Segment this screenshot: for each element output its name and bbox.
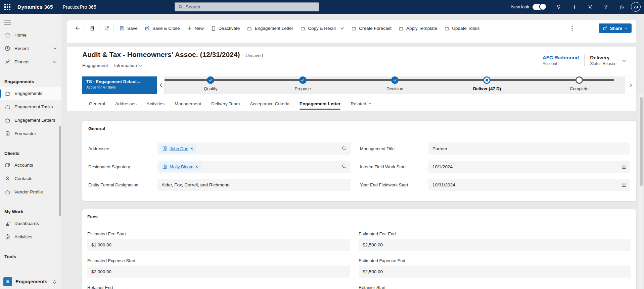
lightbulb-icon[interactable] xyxy=(551,0,566,14)
new-button[interactable]: New xyxy=(183,23,207,33)
calendar-icon[interactable] xyxy=(621,182,627,188)
account-caption: Account xyxy=(543,61,579,66)
save-button[interactable]: Save xyxy=(116,23,141,33)
lookup-value[interactable]: Molly Bloom xyxy=(170,164,193,169)
sidebar-scrollbar[interactable] xyxy=(59,126,61,216)
business-process-flow: TS - Engagement Defaul... Active for 47 … xyxy=(82,76,636,94)
area-switcher[interactable]: E Engagements xyxy=(0,274,61,289)
tab-addresses[interactable]: Addresses xyxy=(115,97,137,111)
estimated-fee-end-field[interactable]: $2,500.00 xyxy=(359,239,631,251)
entity-formal-designation-field[interactable]: Alder, Fox, Correll, and Richmond xyxy=(157,179,351,191)
sidebar-item-engagement-tasks[interactable]: Engagement Tasks xyxy=(0,100,61,114)
lookup-value[interactable]: John Doe xyxy=(170,146,188,151)
header-expand-chevron-icon[interactable] xyxy=(622,59,626,62)
sidebar-item-pinned[interactable]: Pinned xyxy=(0,55,61,69)
tab-related[interactable]: Related xyxy=(351,97,372,111)
tab-acceptance-criteria[interactable]: Acceptance Criteria xyxy=(250,97,289,111)
sidebar-item-dashboards[interactable]: Dashboards xyxy=(0,217,61,230)
field-value: 10/1/2024 xyxy=(432,164,453,169)
popout-icon[interactable] xyxy=(101,23,111,33)
app-name[interactable]: PracticePro 365 xyxy=(63,4,96,10)
sidebar-item-vendor-profile[interactable]: Vendor Profile xyxy=(0,185,61,199)
share-button[interactable]: Share xyxy=(599,23,632,33)
bpf-stage-decision[interactable]: Decision xyxy=(349,76,441,94)
update-totals-button[interactable]: Update Totals xyxy=(441,23,483,33)
bpf-stage-propose[interactable]: Propose xyxy=(257,76,349,94)
sidebar-item-home[interactable]: Home xyxy=(0,28,61,42)
bpf-active-stage-box[interactable]: TS - Engagement Defaul... Active for 47 … xyxy=(82,76,157,94)
new-look-toggle[interactable] xyxy=(533,4,546,10)
brand-title[interactable]: Dynamics 365 xyxy=(17,4,53,10)
lookup-pill[interactable]: John Doe × xyxy=(159,144,196,153)
estimated-expense-start-field[interactable]: $2,000.00 xyxy=(87,266,350,278)
sidebar-item-label: Forecaster xyxy=(14,131,36,136)
tab-general[interactable]: General xyxy=(89,97,105,111)
account-link[interactable]: AFC Richmond xyxy=(543,55,579,60)
form-document-icon[interactable] xyxy=(87,23,97,33)
settings-gear-icon[interactable] xyxy=(582,0,598,14)
sidebar-item-accounts[interactable]: Accounts xyxy=(0,159,61,172)
sidebar-item-activities[interactable]: Activities xyxy=(0,230,61,244)
year-end-fieldwork-start-field[interactable]: 10/31/2024 xyxy=(428,179,630,191)
pin-icon xyxy=(4,59,11,65)
chevron-down-icon[interactable] xyxy=(53,61,57,63)
estimated-expense-end-field[interactable]: $2,500.00 xyxy=(359,266,631,278)
copy-and-recur-button[interactable]: Copy & Recur xyxy=(296,23,348,33)
more-commands-button[interactable] xyxy=(567,23,577,33)
bpf-stage-qualify[interactable]: Qualify xyxy=(165,76,257,94)
back-button[interactable] xyxy=(73,23,83,33)
sidebar-item-forecaster[interactable]: Forecaster xyxy=(0,127,61,140)
app-launcher-icon[interactable] xyxy=(0,0,15,14)
stage-completed-icon xyxy=(299,76,307,84)
lookup-pill[interactable]: Molly Bloom × xyxy=(159,162,201,171)
estimated-expense-start-group: Estimated Expense Start $2,000.00 xyxy=(87,258,350,278)
hamburger-menu-icon[interactable] xyxy=(4,20,11,24)
search-icon[interactable] xyxy=(341,146,347,152)
user-avatar[interactable]: ZJ xyxy=(631,2,641,12)
bpf-stage-deliver[interactable]: Deliver (47 D) xyxy=(441,76,533,94)
site-map-sidebar: Home Recent Pinned Engagements Engagemen… xyxy=(0,14,61,289)
sidebar-group-clients: Clients xyxy=(0,146,61,159)
stage-completed-icon xyxy=(207,76,214,84)
tab-delivery-team[interactable]: Delivery Team xyxy=(211,97,240,111)
bpf-next-stage-button[interactable] xyxy=(625,76,636,94)
remove-icon[interactable]: × xyxy=(190,146,193,151)
save-and-close-button[interactable]: Save & Close xyxy=(141,23,183,33)
add-icon[interactable] xyxy=(566,0,582,14)
page-scrollbar[interactable] xyxy=(639,95,643,289)
create-forecast-button[interactable]: Create Forecast xyxy=(348,23,395,33)
interim-field-work-start-field[interactable]: 10/1/2024 xyxy=(428,161,630,173)
sidebar-item-engagement-letters[interactable]: Engagement Letters xyxy=(0,114,61,127)
timer-icon[interactable] xyxy=(614,0,630,14)
deactivate-button[interactable]: Deactivate xyxy=(207,23,243,33)
remove-icon[interactable]: × xyxy=(195,164,198,169)
designated-signatory-field[interactable]: Molly Bloom × xyxy=(157,161,351,173)
tab-activities[interactable]: Activities xyxy=(147,97,165,111)
expand-collapse-icon[interactable] xyxy=(52,279,57,284)
sidebar-item-engagements[interactable]: Engagements xyxy=(0,87,61,100)
header-account-field: AFC Richmond Account xyxy=(543,55,579,66)
help-icon[interactable]: ? xyxy=(598,0,614,14)
sidebar-item-contacts[interactable]: Contacts xyxy=(0,172,61,185)
bpf-collapse-button[interactable] xyxy=(157,76,165,94)
tab-management[interactable]: Management xyxy=(175,97,201,111)
tab-engagement-letter[interactable]: Engagement Letter xyxy=(300,97,340,111)
apply-template-button[interactable]: Apply Template xyxy=(395,23,441,33)
topbar-actions: New look ? ZJ xyxy=(511,0,644,14)
estimated-fee-start-field[interactable]: $1,000.00 xyxy=(87,239,350,251)
sidebar-item-recent[interactable]: Recent xyxy=(0,42,61,55)
form-selector[interactable]: Information xyxy=(114,63,142,68)
addressee-field[interactable]: John Doe × xyxy=(157,142,351,155)
global-search-input[interactable]: Search xyxy=(175,2,319,11)
calendar-icon[interactable] xyxy=(621,164,627,170)
chevron-down-icon xyxy=(368,103,372,105)
chevron-down-icon[interactable] xyxy=(53,47,57,50)
retainer-start-group: Retainer Start xyxy=(359,285,631,289)
engagement-letter-button[interactable]: Engagement Letter xyxy=(243,23,296,33)
section-heading: Fees xyxy=(87,214,631,219)
scrollbar-thumb[interactable] xyxy=(640,97,643,186)
management-title-field[interactable]: Partner xyxy=(428,142,630,155)
search-icon[interactable] xyxy=(341,164,347,170)
bpf-stage-complete[interactable]: Complete xyxy=(533,76,625,94)
sidebar-item-label: Contacts xyxy=(14,176,32,181)
